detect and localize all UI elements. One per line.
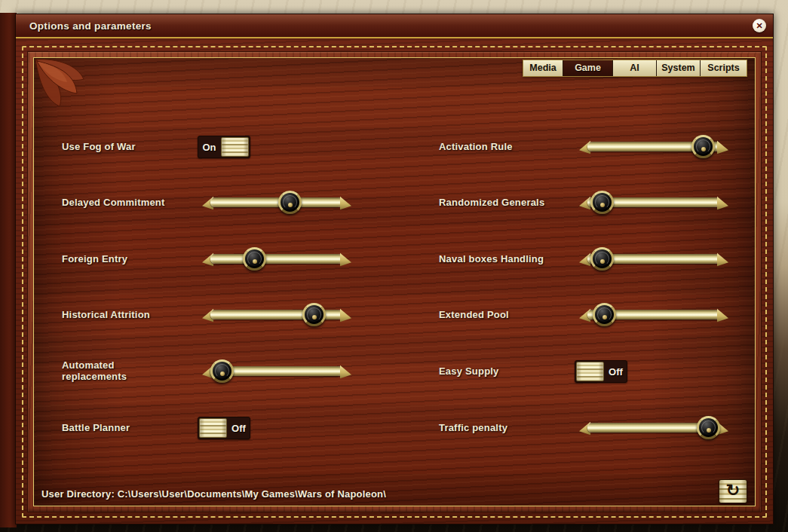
option-row: Historical Attrition bbox=[62, 301, 409, 329]
option-row: Naval boxes Handling bbox=[439, 246, 755, 273]
slider-knob[interactable] bbox=[691, 135, 715, 158]
option-label: Traffic penalty bbox=[439, 414, 578, 442]
slider-knob[interactable] bbox=[243, 247, 266, 271]
option-row: Randomized Generals bbox=[439, 189, 755, 216]
slider-knob[interactable] bbox=[697, 416, 720, 439]
option-row: Battle PlannerOff bbox=[62, 414, 409, 442]
option-label: Randomized Generals bbox=[439, 189, 578, 216]
slider-right-arrow-icon[interactable] bbox=[340, 196, 351, 210]
option-row: Automated replacements bbox=[62, 358, 409, 385]
slider-knob[interactable] bbox=[590, 191, 614, 214]
window-frame: MediaGameAISystemScripts Use Fog of WarO… bbox=[16, 40, 773, 524]
option-slider[interactable] bbox=[201, 189, 352, 216]
option-label: Historical Attrition bbox=[62, 301, 201, 329]
option-row: Easy SupplyOff bbox=[439, 358, 755, 385]
option-slider[interactable] bbox=[578, 133, 729, 161]
option-slider[interactable] bbox=[578, 414, 729, 442]
slider-track[interactable] bbox=[210, 254, 343, 264]
stitched-border: MediaGameAISystemScripts Use Fog of WarO… bbox=[22, 46, 767, 518]
refresh-icon: ↻ bbox=[726, 482, 740, 499]
option-label: Extended Pool bbox=[439, 301, 578, 329]
option-label: Naval boxes Handling bbox=[439, 246, 578, 273]
option-slider[interactable] bbox=[578, 189, 729, 216]
slider-right-arrow-icon[interactable] bbox=[340, 365, 351, 379]
close-button[interactable]: ✕ bbox=[753, 19, 766, 32]
options-window: Options and parameters ✕ bbox=[15, 14, 774, 524]
toggle-knob[interactable] bbox=[576, 362, 604, 381]
option-row: Traffic penalty bbox=[439, 414, 755, 442]
toggle-knob[interactable] bbox=[199, 418, 227, 438]
slider-knob[interactable] bbox=[278, 191, 302, 214]
option-slider[interactable] bbox=[201, 301, 352, 329]
option-slider[interactable] bbox=[578, 301, 729, 329]
slider-track[interactable] bbox=[210, 197, 343, 207]
refresh-button[interactable]: ↻ bbox=[719, 479, 747, 503]
option-row: Extended Pool bbox=[439, 301, 755, 329]
option-slider[interactable] bbox=[201, 246, 352, 273]
slider-knob[interactable] bbox=[593, 303, 616, 326]
options-panel: MediaGameAISystemScripts Use Fog of WarO… bbox=[33, 57, 756, 506]
option-label: Activation Rule bbox=[439, 133, 578, 161]
toggle-state-label: On bbox=[198, 142, 220, 153]
slider-knob[interactable] bbox=[210, 359, 234, 383]
slider-right-arrow-icon[interactable] bbox=[717, 140, 728, 154]
user-directory-text: User Directory: C:\Users\User\Documents\… bbox=[41, 488, 386, 500]
option-label: Battle Planner bbox=[62, 414, 201, 442]
toggle-state-label: Off bbox=[228, 423, 250, 434]
close-icon: ✕ bbox=[756, 21, 762, 31]
option-toggle-off[interactable]: Off bbox=[198, 417, 250, 439]
toggle-state-label: Off bbox=[605, 366, 627, 378]
slider-knob[interactable] bbox=[590, 247, 614, 271]
option-label: Automated replacements bbox=[62, 358, 201, 385]
option-row: Delayed Commitment bbox=[62, 189, 409, 216]
wooden-frame: MediaGameAISystemScripts Use Fog of WarO… bbox=[27, 51, 762, 512]
window-title: Options and parameters bbox=[29, 20, 152, 32]
option-slider[interactable] bbox=[578, 246, 729, 273]
option-slider[interactable] bbox=[201, 358, 352, 385]
options-column-right: Activation RuleRandomized GeneralsNaval … bbox=[439, 58, 755, 506]
slider-right-arrow-icon[interactable] bbox=[340, 252, 351, 267]
option-label: Delayed Commitment bbox=[62, 189, 201, 216]
slider-right-arrow-icon[interactable] bbox=[717, 196, 728, 210]
desktop-background: Options and parameters ✕ bbox=[0, 0, 788, 532]
slider-right-arrow-icon[interactable] bbox=[717, 252, 728, 267]
option-toggle-on[interactable]: On bbox=[198, 136, 250, 158]
toggle-knob[interactable] bbox=[221, 137, 249, 157]
option-toggle-off[interactable]: Off bbox=[575, 360, 627, 383]
options-column-left: Use Fog of WarOnDelayed CommitmentForeig… bbox=[62, 58, 409, 506]
slider-right-arrow-icon[interactable] bbox=[340, 308, 351, 323]
option-label: Use Fog of War bbox=[62, 133, 201, 161]
background-edge-strip bbox=[0, 13, 17, 527]
option-label: Foreign Entry bbox=[62, 246, 201, 273]
option-row: Foreign Entry bbox=[62, 246, 409, 273]
titlebar: Options and parameters ✕ bbox=[16, 14, 773, 38]
option-row: Use Fog of WarOn bbox=[62, 133, 409, 161]
slider-right-arrow-icon[interactable] bbox=[717, 308, 728, 323]
option-row: Activation Rule bbox=[439, 133, 755, 161]
option-label: Easy Supply bbox=[439, 358, 578, 385]
slider-knob[interactable] bbox=[302, 303, 326, 326]
